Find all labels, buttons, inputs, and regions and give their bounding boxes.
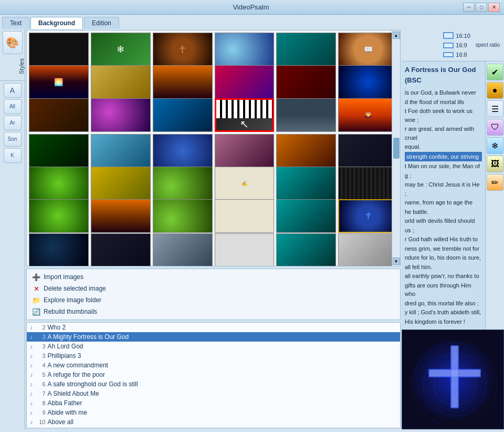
song-item-0[interactable]: ♪ 2 Who 2	[27, 323, 400, 332]
lyrics-highlight: strength confide, our striving	[405, 152, 482, 162]
sidebar-add-icon[interactable]: A	[4, 83, 22, 98]
music-icon-10: ♪	[30, 419, 33, 425]
thumbnail-37[interactable]	[29, 233, 89, 266]
thumbnail-30[interactable]	[338, 167, 398, 200]
thumbnail-24[interactable]	[338, 134, 398, 168]
import-images-item[interactable]: ➕ Import images	[30, 271, 397, 283]
song-item-3[interactable]: ♪ 3 Phillipians 3	[27, 351, 400, 361]
tab-background[interactable]: Background	[30, 17, 83, 29]
maximize-button[interactable]: □	[476, 3, 487, 12]
thumbnail-42[interactable]	[338, 233, 398, 266]
thumbnail-23[interactable]	[276, 134, 336, 168]
thumbnail-19[interactable]	[29, 134, 89, 168]
song-item-6[interactable]: ♪ 6 A safe stronghold our God is still	[27, 379, 400, 389]
thumbnail-3[interactable]: ✝	[153, 33, 213, 66]
sidebar-song-icon[interactable]: Son	[4, 132, 22, 147]
thumbnail-39[interactable]	[153, 233, 213, 266]
thumbnail-31[interactable]	[29, 199, 89, 233]
thumbnail-8[interactable]	[91, 65, 151, 99]
aspect-box-168[interactable]	[443, 52, 454, 57]
song-item-9[interactable]: ♪ 9 Abide with me	[27, 408, 400, 417]
thumbnail-17[interactable]	[276, 98, 336, 132]
thumbnail-11[interactable]	[276, 65, 336, 99]
sidebar-ar-icon[interactable]: Ar	[4, 116, 22, 130]
song-item-8[interactable]: ♪ 8 Abba Father	[27, 398, 400, 408]
song-item-5[interactable]: ♪ 5 A refuge for the poor	[27, 370, 400, 379]
thumbnail-36-selected[interactable]: ✝	[338, 199, 398, 233]
lyrics-line-9: name, from age to age the	[405, 198, 482, 207]
lyrics-line-12: us ;	[405, 226, 482, 235]
delete-image-item[interactable]: ✕ Delete selected image	[30, 283, 397, 294]
tab-edition[interactable]: Edition	[84, 17, 119, 29]
thumbnail-22[interactable]	[215, 134, 275, 168]
thumbnail-21[interactable]	[153, 134, 213, 168]
thumbnail-10[interactable]	[215, 65, 275, 99]
tab-text[interactable]: Text	[2, 17, 29, 29]
song-item-1[interactable]: ♪ 3 A Mighty Fortress is Our God	[27, 332, 400, 342]
lyrics-line-11: orld with devils filled should	[405, 217, 482, 225]
svg-rect-5	[452, 346, 458, 407]
shield-button[interactable]: 🛡	[487, 119, 503, 136]
thumbnail-41[interactable]	[276, 233, 336, 266]
thumbnail-28[interactable]: ✍	[215, 167, 275, 200]
thumbnail-5[interactable]	[276, 33, 336, 66]
thumbnail-6[interactable]: 📖	[338, 33, 398, 66]
lyrics-line-4: equal.	[405, 142, 482, 151]
lyrics-line-20: y kill ; God's truth abideth still,	[405, 308, 482, 317]
thumbnail-25[interactable]	[29, 167, 89, 200]
song-item-11[interactable]: ♪ 11 Abraham's son, Chosen One	[27, 427, 400, 428]
thumbnail-20[interactable]	[91, 134, 151, 168]
explore-folder-item[interactable]: 📁 Explore image folder	[30, 294, 397, 306]
thumbnail-26[interactable]	[91, 167, 151, 200]
circle-button[interactable]: ●	[487, 82, 503, 99]
song-item-7[interactable]: ♪ 7 A Shield About Me	[27, 389, 400, 398]
thumbnail-34[interactable]	[215, 199, 275, 233]
middle-column: ❄ ✝ 📖 🌅 ↖	[25, 29, 402, 429]
aspect-box-169[interactable]	[443, 43, 454, 48]
thumbnail-15[interactable]	[153, 98, 213, 132]
sidebar-all-icon[interactable]: All	[4, 99, 22, 114]
thumbnail-40[interactable]	[215, 233, 275, 266]
aspect-box-1610[interactable]	[443, 32, 454, 39]
close-button[interactable]: ✕	[488, 3, 500, 12]
app-title: VideoPsalm	[39, 3, 463, 11]
thumbnail-1[interactable]	[29, 33, 89, 66]
thumbnail-18[interactable]: 🌄	[338, 98, 398, 132]
thumbnail-35[interactable]	[276, 199, 336, 233]
music-icon-7: ♪	[30, 390, 33, 397]
thumbnail-32[interactable]	[91, 199, 151, 233]
song-item-10[interactable]: ♪ 10 Above all	[27, 417, 400, 427]
list-button[interactable]: ☰	[487, 100, 503, 117]
thumbnail-29[interactable]	[276, 167, 336, 200]
thumbnail-38[interactable]	[91, 233, 151, 266]
svg-rect-6	[429, 370, 480, 376]
styles-button[interactable]: 🎨	[3, 31, 23, 54]
thumbnail-2[interactable]: ❄	[91, 33, 151, 66]
lyrics-line-19: dred go, this mortal life also ;	[405, 299, 482, 308]
thumbnail-7[interactable]: 🌅	[29, 65, 89, 99]
snowflake-button[interactable]: ❄	[487, 137, 503, 154]
lyrics-line-3: r are great, and armed with cruel	[405, 125, 482, 142]
sidebar-key-icon[interactable]: K	[4, 148, 22, 163]
thumbnail-scrollbar[interactable]: ▲ ▼	[392, 30, 400, 266]
pencil-button[interactable]: ✏	[487, 174, 503, 191]
check-button[interactable]: ✔	[487, 64, 503, 80]
rebuild-thumbnails-item[interactable]: 🔄 Rebuild thumbnails	[30, 306, 397, 317]
music-icon-2: ♪	[30, 343, 33, 349]
thumbnail-33[interactable]	[153, 199, 213, 233]
thumbnail-16-preview[interactable]: ↖	[215, 98, 275, 132]
thumbnail-13[interactable]	[29, 98, 89, 132]
thumbnail-27[interactable]	[153, 167, 213, 200]
right-column: 16:10 16:9 16:8 spect ratio A Fortress i…	[402, 29, 504, 429]
minimize-button[interactable]: ─	[463, 3, 475, 12]
song-item-2[interactable]: ♪ 3 Ah Lord God	[27, 342, 400, 351]
image-button[interactable]: 🖼	[487, 156, 503, 172]
thumbnail-12[interactable]	[338, 65, 398, 99]
thumbnail-4[interactable]	[215, 33, 275, 66]
thumbnail-9[interactable]	[153, 65, 213, 99]
song-item-4[interactable]: ♪ 4 A new commandment	[27, 361, 400, 370]
thumbnail-14[interactable]	[91, 98, 151, 132]
title-bar: VideoPsalm ─ □ ✕	[0, 0, 504, 15]
lyrics-line-2: t Foe doth seek to work us woe ;	[405, 107, 482, 124]
music-icon-5: ♪	[30, 372, 33, 378]
